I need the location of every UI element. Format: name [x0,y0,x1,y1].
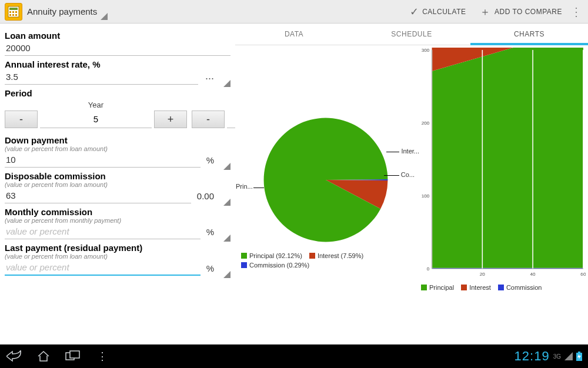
area-legend-principal: Principal [429,284,454,291]
rate-input[interactable] [5,69,198,85]
down-expand-icon[interactable] [223,163,230,170]
last-payment-input[interactable] [5,260,201,276]
area-legend-commission: Commission [506,284,542,291]
disp-commission-input[interactable] [5,188,191,203]
rate-more-button[interactable]: ... [202,70,218,85]
down-payment-hint: (value or percent from loan amount) [5,145,230,152]
add-to-compare-button[interactable]: ＋ ADD TO COMPARE [473,0,569,24]
svg-rect-22 [70,351,79,358]
add-compare-label: ADD TO COMPARE [495,8,562,16]
last-payment-label: Last payment (residual payment) [5,243,230,253]
loan-amount-label: Loan amount [5,31,230,41]
sys-clock: 12:19 [514,349,550,364]
pie-legend: Principal (92.12%) Interest (7.59%) Comm… [238,251,414,270]
sys-back-button[interactable] [6,348,22,364]
svg-text:200: 200 [422,121,430,126]
svg-text:0: 0 [427,266,430,272]
svg-rect-3 [12,11,14,13]
month-label: Month [192,101,235,109]
disp-commission-label: Disposable commission [5,171,230,181]
area-legend: Principal Interest Commission [417,283,586,292]
svg-rect-6 [12,14,14,16]
year-input[interactable] [40,111,152,128]
overflow-menu-button[interactable]: ⋮ [569,5,583,19]
sys-battery-icon [576,352,582,361]
rate-label: Annual interest rate, % [5,59,230,69]
input-form: Loan amount Annual interest rate, % ... … [0,24,235,344]
month-input[interactable] [227,111,235,128]
svg-text:20: 20 [480,272,486,277]
pie-chart: Prin... Inter... Co... [258,112,393,247]
monthly-commission-input[interactable] [5,224,201,239]
monthly-commission-hint: (value or percent from monthly payment) [5,217,230,224]
sys-menu-button[interactable]: ⋮ [94,348,111,364]
app-icon [5,3,22,21]
calculate-label: CALCULATE [422,8,466,16]
pie-label-commission: Co... [401,171,415,178]
svg-rect-4 [15,11,17,13]
svg-rect-5 [9,14,11,16]
area-legend-interest: Interest [469,284,491,291]
sys-signal-icon [564,352,573,360]
plus-icon: ＋ [480,5,491,19]
disp-extra: 0.00 [195,191,218,203]
down-payment-label: Down payment [5,135,230,145]
last-expand-icon[interactable] [223,271,230,278]
svg-text:300: 300 [422,48,430,53]
last-unit: % [204,263,218,276]
svg-text:40: 40 [530,272,536,277]
check-icon: ✓ [410,5,419,18]
year-label: Year [5,101,187,109]
tab-data[interactable]: DATA [235,24,353,45]
rate-expand-icon[interactable] [223,80,230,87]
tab-schedule[interactable]: SCHEDULE [353,24,470,45]
svg-rect-24 [578,352,580,353]
legend-principal: Principal (92.12%) [249,252,302,259]
sys-recents-button[interactable] [65,348,81,364]
legend-interest: Interest (7.59%) [318,252,363,259]
svg-rect-7 [15,14,17,16]
svg-text:100: 100 [422,193,430,199]
pie-label-principal: Prin... [236,183,253,190]
monthly-expand-icon[interactable] [223,235,230,242]
monthly-commission-label: Monthly commission [5,207,230,217]
last-payment-hint: (value or percent from loan amount) [5,253,230,260]
sys-home-button[interactable] [35,348,52,364]
svg-rect-2 [9,11,11,13]
disp-commission-hint: (value or percent from loan amount) [5,181,230,188]
mode-dropdown[interactable]: Annuity payments [27,6,108,16]
calculate-button[interactable]: ✓ CALCULATE [403,0,473,24]
monthly-unit: % [204,227,218,239]
legend-commission: Commission (0.29%) [249,262,309,269]
down-unit: % [204,155,218,168]
sys-network-icon: 3G [553,353,561,360]
svg-text:60: 60 [580,272,586,277]
month-minus-button[interactable]: - [192,111,225,128]
period-label: Period [5,88,230,98]
svg-rect-1 [9,8,18,10]
year-minus-button[interactable]: - [5,111,38,128]
loan-amount-input[interactable] [5,41,230,56]
down-payment-input[interactable] [5,152,201,168]
tab-charts[interactable]: CHARTS [470,24,588,45]
disp-expand-icon[interactable] [223,199,230,206]
year-plus-button[interactable]: + [154,111,187,128]
pie-label-interest: Inter... [401,148,419,155]
area-chart: 0100200300204060 [417,48,586,283]
